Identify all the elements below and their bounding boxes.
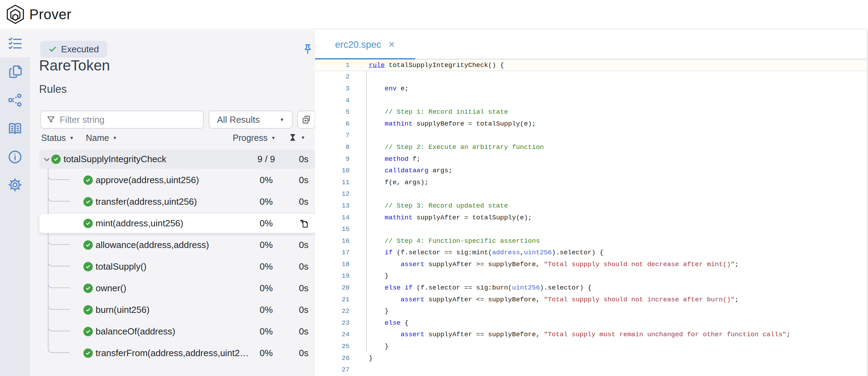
code-text: f(e, args); xyxy=(369,179,428,186)
prover-logo-icon xyxy=(6,5,24,24)
rule-row-child[interactable]: owner()0%0s xyxy=(39,279,316,298)
code-line[interactable]: 23 else { xyxy=(315,317,868,329)
code-text: mathint supplyAfter = totalSupply(e); xyxy=(369,214,532,221)
code-line[interactable]: 9 method f; xyxy=(315,153,868,165)
indent-guide xyxy=(366,71,367,83)
line-number: 20 xyxy=(315,284,350,292)
code-line[interactable]: 25 } xyxy=(315,340,868,352)
code-line[interactable]: 10 calldataarg args; xyxy=(315,165,868,176)
rule-row-parent[interactable]: totalSupplyIntegrityCheck9 / 90s xyxy=(39,150,316,169)
line-number: 12 xyxy=(315,190,350,198)
code-line[interactable]: 4 xyxy=(315,95,868,106)
code-line[interactable]: 19 } xyxy=(315,270,868,282)
rail-item-call-graph[interactable] xyxy=(0,87,30,114)
rail-item-settings[interactable] xyxy=(0,171,30,198)
rail-item-files[interactable] xyxy=(0,58,30,85)
line-number: 17 xyxy=(315,249,350,256)
indent-guide xyxy=(366,95,367,106)
code-line[interactable]: 7 xyxy=(315,130,868,142)
indent-guide xyxy=(366,130,367,142)
indent-guide xyxy=(366,247,367,259)
app-title: Prover xyxy=(29,7,72,22)
line-number: 15 xyxy=(315,225,350,233)
rule-row-child[interactable]: mint(address,uint256)0% xyxy=(39,214,316,233)
tab-label: erc20.spec xyxy=(335,39,381,50)
code-text: assert supplyAfter >= supplyBefore, "Tot… xyxy=(369,261,739,268)
code-text: } xyxy=(369,343,389,350)
code-line[interactable]: 20 else if (f.selector == sig:burn(uint2… xyxy=(315,282,868,294)
rule-row-child[interactable]: totalSupply()0%0s xyxy=(39,257,316,276)
code-lines[interactable]: 1rule totalSupplyIntegrityCheck() {23 en… xyxy=(315,59,868,376)
rule-name: owner() xyxy=(96,283,126,294)
verified-icon xyxy=(83,197,93,206)
code-line[interactable]: 14 mathint supplyAfter = totalSupply(e); xyxy=(315,212,868,224)
rule-row-child[interactable]: transferFrom(address,address,uint2…0%0s xyxy=(39,344,316,363)
close-icon[interactable]: ✕ xyxy=(388,40,395,50)
line-number: 5 xyxy=(315,108,350,116)
rail-item-rules[interactable] xyxy=(0,30,30,57)
chevron-down-icon[interactable] xyxy=(42,155,51,164)
editor-scrollbar[interactable] xyxy=(867,30,868,376)
code-line[interactable]: 2 xyxy=(315,71,868,83)
indent-guide xyxy=(366,83,367,95)
line-number: 26 xyxy=(315,354,350,362)
code-line[interactable]: 24 assert supplyAfter == supplyBefore, "… xyxy=(315,329,868,341)
code-text: } xyxy=(369,272,389,280)
code-line[interactable]: 6 mathint supplyBefore = totalSupply(e); xyxy=(315,118,868,130)
line-number: 18 xyxy=(315,261,350,268)
contracts-book-icon xyxy=(8,121,22,136)
rail-item-info[interactable] xyxy=(0,143,30,171)
code-line[interactable]: 17 if (f.selector == sig:mint(address,ui… xyxy=(315,247,868,259)
indent-guide xyxy=(366,340,367,352)
code-line[interactable]: 1rule totalSupplyIntegrityCheck() { xyxy=(315,59,868,71)
code-line[interactable]: 3 env e; xyxy=(315,83,868,95)
code-line[interactable]: 16 // Step 4: Function-specific assertio… xyxy=(315,235,868,247)
code-line[interactable]: 13 // Step 3: Record updated state xyxy=(315,200,868,212)
go-to-code-icon[interactable] xyxy=(299,218,309,229)
rule-name: burn(uint256) xyxy=(96,304,150,315)
code-text: assert supplyAfter <= supplyBefore, "Tot… xyxy=(369,296,739,303)
line-number: 24 xyxy=(315,331,350,338)
code-line[interactable]: 27 xyxy=(315,364,868,376)
nav-rail xyxy=(0,30,30,376)
code-text: } xyxy=(369,307,389,315)
line-number: 25 xyxy=(315,343,350,350)
line-number: 10 xyxy=(315,167,350,174)
code-text: if (f.selector == sig:mint(address,uint2… xyxy=(369,249,604,256)
code-line[interactable]: 12 xyxy=(315,188,868,200)
code-line[interactable]: 21 assert supplyAfter <= supplyBefore, "… xyxy=(315,294,868,306)
verified-icon xyxy=(83,284,93,293)
line-number: 6 xyxy=(315,120,350,128)
code-text: rule totalSupplyIntegrityCheck() { xyxy=(369,61,504,69)
rail-item-contracts[interactable] xyxy=(0,115,30,142)
indent-guide xyxy=(366,305,367,317)
rule-name: allowance(address,address) xyxy=(96,240,209,250)
rule-row-child[interactable]: transfer(address,uint256)0%0s xyxy=(39,192,316,211)
verified-icon xyxy=(83,305,93,315)
rule-name: transferFrom(address,address,uint2… xyxy=(96,348,249,359)
indent-guide xyxy=(366,153,367,165)
line-number: 4 xyxy=(315,97,350,104)
code-line[interactable]: 26} xyxy=(315,352,868,364)
code-line[interactable]: 18 assert supplyAfter >= supplyBefore, "… xyxy=(315,258,868,270)
rule-row-child[interactable]: approve(address,uint256)0%0s xyxy=(39,171,316,190)
line-number: 19 xyxy=(315,272,350,280)
code-line[interactable]: 22 } xyxy=(315,305,868,317)
indent-guide xyxy=(366,200,367,212)
call-graph-icon xyxy=(8,93,22,107)
code-line[interactable]: 5 // Step 1: Record initial state xyxy=(315,106,868,118)
rule-row-child[interactable]: burn(uint256)0%0s xyxy=(39,300,316,319)
indent-guide xyxy=(366,212,367,224)
code-line[interactable]: 8 // Step 2: Execute an arbitrary functi… xyxy=(315,141,868,153)
rule-row-child[interactable]: allowance(address,address)0%0s xyxy=(39,235,316,255)
tab-erc20-spec[interactable]: erc20.spec ✕ xyxy=(315,30,415,59)
code-line[interactable]: 11 f(e, args); xyxy=(315,176,868,188)
line-number: 2 xyxy=(315,73,350,81)
indent-guide xyxy=(366,329,367,341)
app-logo[interactable]: Prover xyxy=(6,5,72,24)
code-text: // Step 2: Execute an arbitrary function xyxy=(369,143,544,151)
code-text: // Step 1: Record initial state xyxy=(369,108,508,116)
line-number: 8 xyxy=(315,143,350,151)
rule-row-child[interactable]: balanceOf(address)0%0s xyxy=(39,322,316,341)
code-line[interactable]: 15 xyxy=(315,223,868,235)
